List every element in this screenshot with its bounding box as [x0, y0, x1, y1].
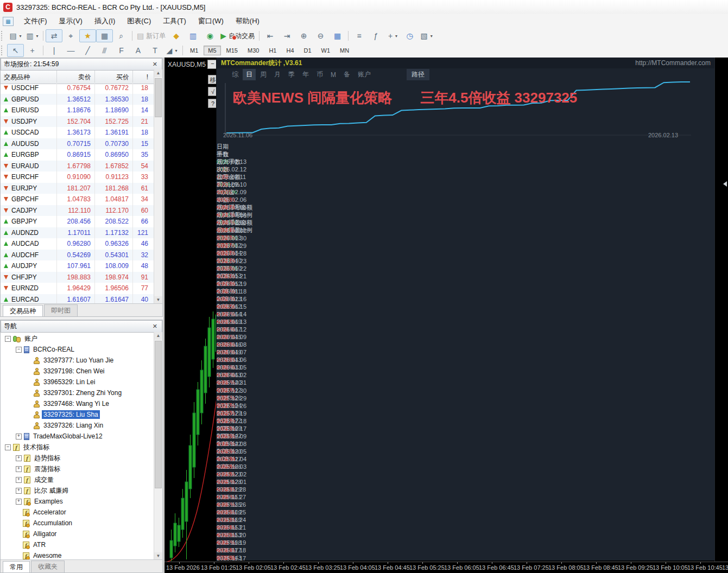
templates-button[interactable]: ▧▾	[418, 29, 435, 42]
tree-item[interactable]: +f趋势指标	[1, 453, 154, 463]
cursor-tool[interactable]: ↖	[7, 44, 24, 57]
market-watch-row[interactable]: USDJPY152.704152.72521	[1, 116, 154, 128]
expand-icon[interactable]: +	[16, 477, 22, 483]
market-watch-row[interactable]: GBPCHF1.047831.0481734	[1, 194, 154, 205]
scroll-down-icon[interactable]: ▼	[154, 296, 162, 304]
tree-item[interactable]: +f成交量	[1, 474, 154, 485]
menu-item-T[interactable]: 工具(T)	[157, 15, 192, 28]
timeframe-W1[interactable]: W1	[317, 46, 335, 55]
menu-item-I[interactable]: 插入(I)	[88, 15, 121, 28]
close-icon[interactable]: ✕	[151, 61, 159, 68]
tree-item[interactable]: 33297468: Wang Yi Le	[1, 398, 154, 409]
tree-item[interactable]: −账户	[1, 333, 154, 344]
market-depth-button[interactable]: ▥	[185, 29, 201, 42]
expand-icon[interactable]: +	[16, 488, 22, 494]
tile-windows-button[interactable]: ▦	[329, 29, 346, 42]
tab-收藏夹[interactable]: 收藏夹	[31, 561, 65, 572]
stats-tab-综[interactable]: 综	[229, 69, 242, 80]
timeframe-D1[interactable]: D1	[300, 46, 316, 55]
market-watch-row[interactable]: USDCHF0.767540.7677218	[1, 82, 154, 94]
fibonacci-tool[interactable]: F	[113, 44, 130, 57]
market-watch-row[interactable]: GBPUSD1.365121.3653018	[1, 94, 154, 105]
tree-item[interactable]: +f比尔 威廉姆	[1, 485, 154, 496]
scroll-down-icon[interactable]: ▼	[154, 552, 162, 560]
expand-icon[interactable]: +	[16, 466, 22, 472]
stats-tab-币[interactable]: 币	[313, 69, 326, 80]
label-tool[interactable]: T	[147, 44, 163, 57]
stats-tab-日[interactable]: 日	[243, 69, 256, 80]
trendline-tool[interactable]: ╱	[79, 44, 96, 57]
scrollbar-thumb[interactable]	[155, 341, 162, 488]
tab-交易品种[interactable]: 交易品种	[3, 305, 43, 316]
profiles-button[interactable]: ▥▾	[24, 29, 41, 42]
stats-tab-账户[interactable]: 账户	[354, 69, 374, 80]
expand-icon[interactable]: +	[16, 455, 22, 461]
data-window-toggle[interactable]: ⌖	[62, 29, 79, 42]
timeframe-M1[interactable]: M1	[186, 46, 202, 55]
terminal-toggle[interactable]: ▦	[96, 29, 113, 42]
autotrading-button[interactable]: ▶自动交易	[218, 29, 257, 42]
stats-tab-月[interactable]: 月	[271, 69, 284, 80]
market-watch-row[interactable]: USDCAD1.361731.3619118	[1, 127, 154, 138]
vline-tool[interactable]: |	[46, 44, 62, 57]
tab-即时图[interactable]: 即时图	[44, 304, 78, 316]
navigator-header[interactable]: 导航 ✕	[1, 320, 162, 333]
tree-item[interactable]: +fExamples	[1, 496, 154, 507]
collapse-icon[interactable]: −	[5, 336, 11, 342]
hline-tool[interactable]: —	[62, 44, 79, 57]
path-button[interactable]: 路径	[407, 69, 429, 80]
market-watch-row[interactable]: GBPJPY208.456208.52266	[1, 216, 154, 227]
market-watch-scrollbar[interactable]: ▲ ▼	[154, 69, 162, 304]
tree-item[interactable]: +TradeMaxGlobal-Live12	[1, 431, 154, 442]
zoom-out-button[interactable]: ⊖	[312, 29, 329, 42]
tree-item[interactable]: −f技术指标	[1, 442, 154, 453]
tree-item[interactable]: 33297325: Liu Sha	[1, 409, 154, 420]
strategy-tester-toggle[interactable]: ⌕	[113, 29, 130, 42]
menu-item-V[interactable]: 显示(V)	[53, 15, 88, 28]
timeframe-MN[interactable]: MN	[335, 46, 353, 55]
channel-tool[interactable]: ⫻	[96, 44, 113, 57]
tree-item[interactable]: fAccelerator	[1, 507, 154, 518]
collapse-icon[interactable]: −	[16, 347, 22, 353]
tree-item[interactable]: −BCRCo-REAL	[1, 344, 154, 355]
toolbar-drag-handle[interactable]	[1, 31, 5, 41]
tree-item[interactable]: fAwesome	[1, 550, 154, 560]
expand-icon[interactable]: +	[16, 499, 22, 505]
scroll-up-icon[interactable]: ▲	[154, 332, 162, 340]
market-watch-row[interactable]: EURNZD1.964291.9650677	[1, 283, 154, 294]
stats-tab-季[interactable]: 季	[285, 69, 298, 80]
tree-item[interactable]: fAlligator	[1, 529, 154, 539]
tree-item[interactable]: fAccumulation	[1, 518, 154, 529]
periodicity-button[interactable]: ◷	[401, 29, 418, 42]
market-watch-row[interactable]: AUDNZD1.170111.17132121	[1, 227, 154, 239]
market-watch-row[interactable]: AUDUSD0.707150.7073015	[1, 138, 154, 150]
crosshair-tool[interactable]: +	[24, 44, 41, 57]
metaeditor-button[interactable]: ◆	[168, 29, 185, 42]
stats-panel-titlebar[interactable]: MTCommander统计 ,V3.61 http://MTCommander.…	[217, 58, 715, 68]
menu-item-W[interactable]: 窗口(W)	[192, 15, 230, 28]
market-watch-row[interactable]: AUDCHF0.542690.5430132	[1, 250, 154, 261]
tree-item[interactable]: 33965329: Lin Lei	[1, 377, 154, 387]
stats-tab-M[interactable]: M	[327, 70, 339, 80]
new-chart-button[interactable]: ▤▾	[7, 29, 24, 42]
navigator-scrollbar[interactable]: ▲ ▼	[154, 332, 162, 560]
menu-item-F[interactable]: 文件(F)	[18, 15, 53, 28]
zoom-in-button[interactable]: ⊕	[295, 29, 312, 42]
navigator-toggle[interactable]: ★	[79, 29, 96, 42]
tree-item[interactable]: 33297301: Zheng Zhi Yong	[1, 387, 154, 398]
stats-tab-周[interactable]: 周	[257, 69, 270, 80]
market-watch-row[interactable]: AUDCAD0.962800.9632646	[1, 238, 154, 250]
market-watch-row[interactable]: EURAUD1.677981.6785254	[1, 161, 154, 172]
scrollbar-thumb[interactable]	[155, 78, 162, 117]
collapse-icon[interactable]: −	[5, 444, 11, 450]
market-watch-row[interactable]: EURCAD1.616071.6164740	[1, 294, 154, 304]
tree-item[interactable]: 33297377: Luo Yuan Jie	[1, 355, 154, 366]
signals-button[interactable]: ◉	[201, 29, 218, 42]
tree-item[interactable]: 33297326: Liang Xin	[1, 420, 154, 431]
market-watch-row[interactable]: EURCHF0.910900.9112333	[1, 171, 154, 183]
stats-tab-备[interactable]: 备	[340, 69, 353, 80]
add-indicator-button[interactable]: +▾	[384, 29, 401, 42]
market-watch-toggle[interactable]: ⇄	[46, 29, 62, 42]
chart-shift-button[interactable]: ⇥	[278, 29, 295, 42]
market-watch-header[interactable]: 市场报价: 21:54:59 ✕	[1, 58, 162, 71]
